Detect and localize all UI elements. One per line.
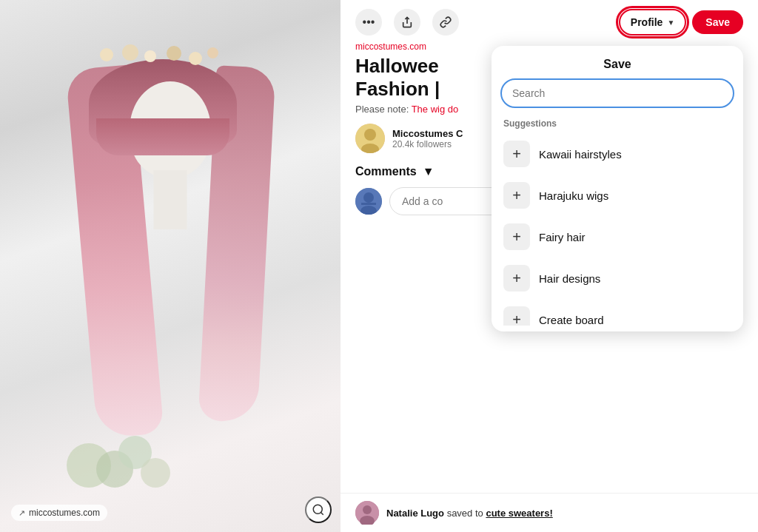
description-highlight: The wig do [412, 104, 459, 115]
add-board-icon: + [503, 223, 530, 250]
add-board-icon: + [503, 141, 530, 167]
suggestion-item-harajuku[interactable]: + Harajuku wigs [492, 175, 743, 216]
suggestions-label: Suggestions [492, 115, 743, 133]
toolbar-right: Profile ▼ Save Save Suggestions + Kawaii… [619, 9, 743, 36]
mannequin-neck [154, 170, 187, 229]
suggestion-item-hair-designs[interactable]: + Hair designs [492, 257, 743, 299]
source-arrow-icon: ↗ [19, 508, 25, 518]
suggestion-name: Create board [539, 314, 604, 326]
toolbar-left: ••• [355, 9, 459, 36]
author-followers: 20.4k followers [392, 139, 463, 149]
save-button[interactable]: Save [692, 10, 743, 34]
author-info: Miccostumes C 20.4k followers [392, 128, 463, 149]
board-search-input[interactable] [500, 78, 734, 108]
suggestion-name: Fairy hair [539, 231, 586, 243]
search-box-wrap [492, 78, 743, 108]
svg-point-11 [363, 505, 372, 514]
link-button[interactable] [432, 9, 459, 36]
link-icon [440, 16, 452, 28]
pin-image-panel: ↗ miccostumes.com [0, 0, 341, 532]
svg-point-4 [364, 129, 376, 141]
profile-label: Profile [631, 16, 663, 28]
image-source-label: ↗ miccostumes.com [11, 505, 107, 521]
share-icon [401, 16, 413, 28]
suggestion-item-fairy[interactable]: + Fairy hair [492, 216, 743, 257]
author-avatar [355, 124, 385, 153]
svg-point-0 [313, 505, 322, 514]
comments-chevron-icon: ▼ [423, 165, 435, 178]
suggestion-name: Hair designs [539, 272, 600, 285]
suggestion-name: Harajuku wigs [539, 189, 608, 202]
notif-user: Natalie Lugo [386, 508, 444, 519]
profile-dropdown-button[interactable]: Profile ▼ [619, 9, 686, 36]
add-board-icon: + [503, 306, 530, 326]
notification-text: Natalie Lugo saved to cute sweaters! [386, 508, 553, 519]
share-button[interactable] [394, 9, 420, 36]
add-board-icon: + [503, 265, 530, 292]
description-static: Please note: [355, 104, 412, 115]
notif-board-link[interactable]: cute sweaters! [486, 508, 552, 519]
suggestion-item-create-board[interactable]: + Create board [492, 299, 743, 326]
more-icon: ••• [363, 16, 375, 29]
svg-point-7 [363, 192, 374, 203]
comments-label: Comments [355, 165, 417, 178]
chevron-down-icon: ▼ [667, 18, 674, 27]
notification-avatar [355, 501, 379, 525]
add-board-icon: + [503, 182, 530, 209]
commenter-avatar [355, 188, 382, 215]
author-name: Miccostumes C [392, 128, 463, 139]
notif-action: saved to [447, 508, 486, 519]
toolbar: ••• Profile ▼ Save [355, 9, 743, 36]
hair-bangs [96, 118, 229, 155]
more-options-button[interactable]: ••• [355, 9, 382, 36]
source-text: miccostumes.com [29, 508, 100, 518]
save-dropdown: Save Suggestions + Kawaii hairstyles + H… [492, 46, 743, 331]
suggestion-name: Kawaii hairstyles [539, 148, 622, 161]
svg-line-1 [321, 512, 323, 514]
svg-rect-9 [361, 203, 376, 205]
suggestion-item-kawaii[interactable]: + Kawaii hairstyles [492, 133, 743, 175]
bottom-flowers [59, 414, 207, 502]
lens-button[interactable] [305, 496, 332, 523]
suggestion-list: + Kawaii hairstyles + Harajuku wigs + Fa… [492, 133, 743, 326]
saved-notification: Natalie Lugo saved to cute sweaters! [341, 493, 758, 532]
save-dropdown-title: Save [492, 58, 743, 71]
hair-crown [85, 44, 241, 96]
right-panel: ••• Profile ▼ Save [341, 0, 758, 532]
